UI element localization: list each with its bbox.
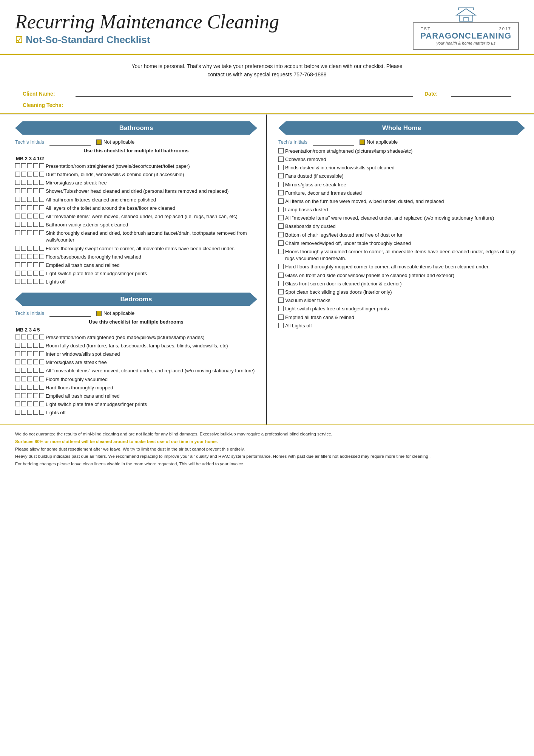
checkbox-2[interactable] (27, 271, 32, 276)
checkbox-3[interactable] (33, 172, 38, 177)
checkbox-2[interactable] (27, 401, 32, 406)
checkbox-1[interactable] (21, 172, 26, 177)
checkbox-4[interactable] (39, 376, 44, 381)
checkbox-1[interactable] (21, 393, 26, 398)
checkbox-1[interactable] (21, 368, 26, 373)
checkbox-3[interactable] (33, 188, 38, 193)
checkbox[interactable] (278, 264, 284, 269)
checkbox[interactable] (278, 273, 284, 278)
checkbox[interactable] (278, 281, 284, 286)
checkbox-0[interactable] (15, 205, 20, 210)
checkbox-1[interactable] (21, 222, 26, 227)
checkbox-0[interactable] (15, 359, 20, 364)
checkbox-0[interactable] (15, 214, 20, 218)
checkbox-4[interactable] (39, 368, 44, 373)
checkbox-1[interactable] (21, 359, 26, 364)
checkbox-4[interactable] (39, 271, 44, 276)
checkbox-0[interactable] (15, 254, 20, 259)
checkbox[interactable] (278, 223, 284, 229)
checkbox-2[interactable] (27, 230, 32, 235)
checkbox[interactable] (278, 190, 284, 195)
checkbox-0[interactable] (15, 368, 20, 373)
checkbox-1[interactable] (21, 343, 26, 348)
checkbox-0[interactable] (15, 393, 20, 398)
checkbox-0[interactable] (15, 197, 20, 202)
checkbox-0[interactable] (15, 385, 20, 390)
checkbox-1[interactable] (21, 254, 26, 259)
checkbox[interactable] (278, 289, 284, 294)
checkbox-2[interactable] (27, 393, 32, 398)
checkbox[interactable] (278, 323, 284, 328)
checkbox-0[interactable] (15, 230, 20, 235)
checkbox-0[interactable] (15, 222, 20, 227)
checkbox-0[interactable] (15, 271, 20, 276)
checkbox[interactable] (278, 182, 284, 187)
checkbox-2[interactable] (27, 410, 32, 415)
checkbox-3[interactable] (33, 359, 38, 364)
bathrooms-na-checkbox[interactable] (96, 139, 102, 145)
checkbox-0[interactable] (15, 401, 20, 406)
checkbox-1[interactable] (21, 271, 26, 276)
checkbox-3[interactable] (33, 262, 38, 267)
checkbox-3[interactable] (33, 401, 38, 406)
checkbox-4[interactable] (39, 401, 44, 406)
checkbox-2[interactable] (27, 335, 32, 339)
checkbox-4[interactable] (39, 197, 44, 202)
checkbox-3[interactable] (33, 163, 38, 168)
checkbox-4[interactable] (39, 262, 44, 267)
checkbox-2[interactable] (27, 279, 32, 284)
bathrooms-techs-line[interactable] (49, 139, 91, 146)
checkbox-3[interactable] (33, 368, 38, 373)
checkbox-2[interactable] (27, 262, 32, 267)
checkbox-3[interactable] (33, 376, 38, 381)
checkbox-0[interactable] (15, 262, 20, 267)
checkbox-0[interactable] (15, 335, 20, 339)
checkbox-4[interactable] (39, 246, 44, 251)
checkbox-4[interactable] (39, 279, 44, 284)
checkbox-4[interactable] (39, 410, 44, 415)
checkbox-0[interactable] (15, 188, 20, 193)
date-field[interactable] (451, 88, 511, 97)
checkbox[interactable] (278, 148, 284, 153)
checkbox-4[interactable] (39, 205, 44, 210)
checkbox-3[interactable] (33, 214, 38, 218)
checkbox-2[interactable] (27, 205, 32, 210)
checkbox-2[interactable] (27, 246, 32, 251)
checkbox-3[interactable] (33, 393, 38, 398)
checkbox-0[interactable] (15, 351, 20, 356)
checkbox-2[interactable] (27, 214, 32, 218)
checkbox-4[interactable] (39, 180, 44, 185)
checkbox-4[interactable] (39, 222, 44, 227)
checkbox-4[interactable] (39, 214, 44, 218)
checkbox-0[interactable] (15, 180, 20, 185)
checkbox-3[interactable] (33, 385, 38, 390)
checkbox[interactable] (278, 297, 284, 303)
checkbox[interactable] (278, 165, 284, 170)
checkbox-4[interactable] (39, 335, 44, 339)
checkbox-1[interactable] (21, 351, 26, 356)
whole-home-techs-line[interactable] (313, 139, 354, 146)
checkbox-3[interactable] (33, 335, 38, 339)
checkbox-4[interactable] (39, 351, 44, 356)
checkbox-1[interactable] (21, 197, 26, 202)
checkbox-2[interactable] (27, 222, 32, 227)
checkbox[interactable] (278, 314, 284, 320)
checkbox[interactable] (278, 198, 284, 204)
checkbox-0[interactable] (15, 410, 20, 415)
checkbox-4[interactable] (39, 230, 44, 235)
checkbox-3[interactable] (33, 279, 38, 284)
checkbox-2[interactable] (27, 376, 32, 381)
checkbox-2[interactable] (27, 368, 32, 373)
checkbox[interactable] (278, 215, 284, 220)
checkbox-0[interactable] (15, 163, 20, 168)
checkbox-0[interactable] (15, 343, 20, 348)
whole-home-na-checkbox[interactable] (360, 139, 365, 145)
client-name-field[interactable] (76, 88, 413, 97)
checkbox-1[interactable] (21, 410, 26, 415)
checkbox-4[interactable] (39, 393, 44, 398)
bedrooms-techs-line[interactable] (49, 310, 91, 317)
checkbox-3[interactable] (33, 343, 38, 348)
checkbox[interactable] (278, 156, 284, 162)
checkbox[interactable] (278, 232, 284, 237)
checkbox-0[interactable] (15, 279, 20, 284)
